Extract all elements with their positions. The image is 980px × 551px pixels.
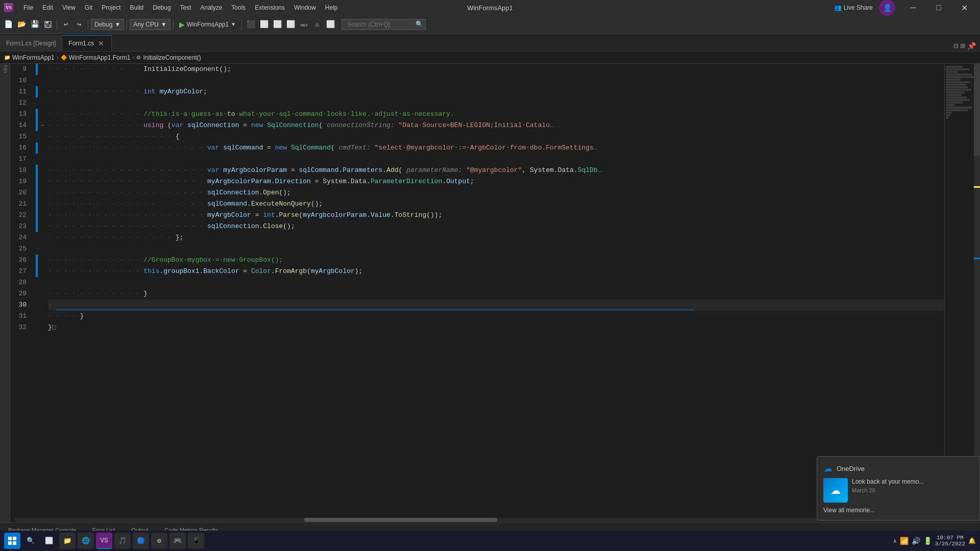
code-area[interactable]: · · · · · · · · · · · · InitializeCompon… (46, 64, 944, 517)
collapse-line14[interactable]: ─ (41, 123, 44, 129)
scrollbar-thumb[interactable] (974, 64, 980, 156)
gutter-22 (36, 210, 38, 221)
svg-rect-2 (46, 25, 50, 27)
tab-form1-cs[interactable]: Form1.cs ✕ (62, 35, 112, 51)
menu-file[interactable]: File (19, 3, 37, 12)
system-tray: ∧ 📶 🔊 🔋 10:07 PM 3/26/2022 🔔 (893, 535, 976, 547)
menu-test[interactable]: Test (176, 3, 195, 12)
h-scroll-thumb[interactable] (304, 518, 497, 522)
menu-help[interactable]: Help (321, 3, 342, 12)
new-project-button[interactable]: 📄 (2, 18, 14, 31)
code-line-22: · · · · · · · · · · · · · · · · · · · · … (48, 210, 944, 221)
tab-label-form1: Form1.cs (68, 40, 94, 47)
ie-taskbar[interactable]: 🌐 (78, 533, 94, 549)
code-line-17 (48, 154, 944, 165)
line-num-10: 10 (10, 75, 31, 86)
hex-button[interactable]: HEX (298, 18, 310, 31)
battery-icon[interactable]: 🔋 (923, 537, 932, 545)
breakpoint-button[interactable]: ⬛ (244, 18, 257, 31)
onedrive-date: March 26 (852, 487, 973, 493)
exception-button[interactable]: ⚠ (311, 18, 323, 31)
menu-tools[interactable]: Tools (227, 3, 250, 12)
menu-extensions[interactable]: Extensions (251, 3, 289, 12)
breadcrumb-namespace[interactable]: WinFormsApp1 (12, 54, 55, 61)
title-bar-controls: 👥 Live Share 👤 ─ □ ✕ (830, 0, 976, 16)
line-num-30: 30 (10, 299, 31, 311)
menu-build[interactable]: Build (126, 3, 148, 12)
user-avatar[interactable]: 👤 (879, 0, 895, 16)
svg-rect-6 (8, 541, 12, 545)
menu-project[interactable]: Project (97, 3, 125, 12)
menu-edit[interactable]: Edit (38, 3, 57, 12)
build-config-dropdown[interactable]: Debug ▼ (91, 19, 124, 30)
breadcrumb-method[interactable]: InitializeComponent() (143, 54, 201, 61)
tab-close-button[interactable]: ✕ (97, 39, 105, 47)
chrome-taskbar[interactable]: 🔵 (133, 533, 149, 549)
top-menu: File Edit View Git Project Build Debug T… (19, 3, 341, 12)
minimize-button[interactable]: ─ (901, 0, 925, 15)
save-all-button[interactable] (42, 18, 54, 31)
step-into-button[interactable]: ⬜ (271, 18, 283, 31)
menu-analyze[interactable]: Analyze (197, 3, 227, 12)
notification-button[interactable]: 🔔 (968, 537, 976, 545)
run-label: WinFormsApp1 (187, 21, 229, 28)
menu-git[interactable]: Git (81, 3, 96, 12)
line-num-9: 9 (10, 64, 31, 75)
settings-taskbar[interactable]: ⚙ (151, 533, 167, 549)
explorer-taskbar[interactable]: 📁 (59, 533, 76, 549)
vs-taskbar[interactable]: VS (96, 533, 112, 549)
app9-taskbar[interactable]: 📱 (188, 533, 204, 549)
gutter-29 (36, 288, 38, 299)
code-line-28 (48, 277, 944, 288)
media-taskbar[interactable]: 🎵 (114, 533, 131, 549)
search-taskbar-button[interactable]: 🔍 (22, 533, 39, 549)
live-share-button[interactable]: 👥 Live Share (830, 3, 877, 12)
code-line-15: · · · · · · · · · · · · · · · · { (48, 131, 944, 142)
code-line-21: · · · · · · · · · · · · · · · · · · · · … (48, 198, 944, 210)
pin-button[interactable]: 📌 (967, 42, 976, 51)
windows-start-button[interactable] (4, 533, 20, 549)
line-num-16: 16 (10, 142, 31, 154)
cursor-line (56, 300, 694, 310)
tab-form1-design[interactable]: Form1.cs [Design] (0, 35, 62, 51)
breadcrumb-class[interactable]: WinFormsApp1.Form1 (69, 54, 131, 61)
gutter-14 (36, 120, 38, 131)
platform-dropdown[interactable]: Any CPU ▼ (130, 19, 170, 30)
search-input[interactable] (344, 19, 415, 30)
xbox-taskbar[interactable]: 🎮 (169, 533, 186, 549)
line-num-14: 14 (10, 120, 31, 131)
expand-panel-button[interactable]: ⊞ (960, 41, 965, 51)
restore-button[interactable]: □ (927, 0, 950, 15)
onedrive-title: OneDrive (837, 465, 865, 472)
menu-view[interactable]: View (58, 3, 80, 12)
step-out-button[interactable]: ⬜ (284, 18, 297, 31)
gutter-12 (36, 97, 38, 109)
clock-area[interactable]: 10:07 PM 3/26/2022 (935, 535, 965, 547)
line-num-24: 24 (10, 232, 31, 243)
toolbar: 📄 📂 💾 ↩ ↪ Debug ▼ Any CPU ▼ ▶ WinFormsAp… (0, 15, 980, 34)
open-button[interactable]: 📂 (15, 18, 28, 31)
volume-icon[interactable]: 🔊 (912, 537, 920, 545)
minimap (944, 64, 980, 517)
onedrive-icon: ☁ (823, 463, 832, 474)
save-button[interactable]: 💾 (29, 18, 41, 31)
minimap-content (945, 64, 974, 517)
step-over-button[interactable]: ⬜ (258, 18, 270, 31)
menu-debug[interactable]: Debug (149, 3, 175, 12)
menu-window[interactable]: Window (290, 3, 320, 12)
run-button[interactable]: ▶ WinFormsApp1 ▼ (176, 19, 239, 30)
onedrive-body: ☁ Look back at your memo... March 26 (823, 478, 973, 503)
collapse-panel-button[interactable]: ⊟ (953, 41, 959, 51)
close-button[interactable]: ✕ (952, 0, 976, 15)
more-button[interactable]: ⬜ (324, 18, 336, 31)
gutter-32 (36, 322, 38, 333)
undo-button[interactable]: ↩ (60, 18, 72, 31)
sidebar-icon-1: SQL (1, 66, 9, 74)
redo-button[interactable]: ↪ (73, 18, 85, 31)
tray-icons[interactable]: ∧ (893, 538, 897, 544)
breadcrumb: 📁 WinFormsApp1 › 🔶 WinFormsApp1.Form1 › … (0, 52, 980, 64)
code-line-30[interactable]: ✏ · (48, 299, 944, 311)
task-view-button[interactable]: ⬜ (41, 533, 57, 549)
view-all-memories-link[interactable]: View all memorie... (823, 507, 973, 514)
wifi-icon[interactable]: 📶 (900, 537, 909, 545)
